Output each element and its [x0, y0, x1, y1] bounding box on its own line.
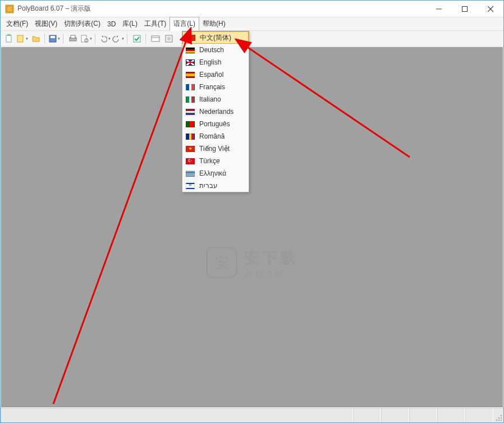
watermark-shield-icon: 安	[206, 247, 237, 278]
language-item-de[interactable]: Deutsch	[182, 44, 249, 56]
language-label: Română	[199, 132, 224, 140]
language-label: Tiếng Việt	[199, 145, 230, 153]
language-label: Español	[199, 71, 223, 79]
toolbar-separator	[145, 34, 147, 44]
language-label: 中文(简体)	[200, 33, 231, 43]
options-icon[interactable]	[149, 33, 162, 45]
minimize-button[interactable]	[426, 1, 452, 17]
open-folder-icon[interactable]	[30, 33, 42, 45]
language-item-vn[interactable]: Tiếng Việt	[182, 142, 249, 155]
language-item-ro[interactable]: Română	[182, 130, 249, 142]
toolbar-separator	[44, 34, 46, 44]
language-label: Italiano	[199, 95, 221, 103]
toolbar	[1, 31, 503, 47]
settings-icon[interactable]	[163, 33, 175, 45]
maximize-button[interactable]	[452, 1, 478, 17]
new-doc-icon[interactable]	[3, 33, 15, 45]
svg-rect-12	[71, 35, 75, 38]
svg-point-24	[498, 420, 500, 421]
window-controls	[426, 1, 503, 17]
language-item-nl[interactable]: Nederlands	[182, 105, 249, 118]
toolbar-separator	[127, 34, 129, 44]
svg-point-22	[498, 417, 500, 419]
svg-rect-16	[152, 36, 159, 42]
svg-rect-10	[51, 36, 55, 38]
flag-icon-es	[186, 72, 195, 78]
menu-3D[interactable]: 3D	[104, 19, 119, 30]
svg-rect-6	[6, 35, 11, 42]
language-item-cn[interactable]: 中文(简体)	[182, 31, 249, 44]
status-segment	[353, 408, 381, 422]
language-label: Português	[199, 120, 230, 128]
language-dropdown: 中文(简体)DeutschEnglishEspañolFrançaisItali…	[182, 31, 249, 192]
language-label: Nederlands	[199, 108, 233, 116]
menu-库[interactable]: 库(L)	[119, 17, 141, 30]
flag-icon-pt	[186, 121, 195, 127]
close-button[interactable]	[478, 1, 503, 17]
status-segment	[381, 408, 409, 422]
workspace: 安 安下载 anxz.com	[1, 47, 503, 407]
flag-icon-nl	[186, 109, 195, 115]
titlebar: PolyBoard 6.07 – 演示版	[1, 1, 503, 17]
language-label: Deutsch	[199, 46, 224, 54]
watermark-url: anxz.com	[244, 269, 298, 278]
status-segment	[437, 408, 465, 422]
language-item-it[interactable]: Italiano	[182, 93, 249, 105]
toolbar-separator	[63, 34, 65, 44]
flag-icon-il	[186, 183, 195, 189]
flag-icon-ro	[186, 134, 195, 140]
menu-视图[interactable]: 视图(V)	[31, 17, 61, 30]
flag-icon-fr	[186, 84, 195, 90]
app-icon	[5, 4, 14, 13]
svg-point-23	[501, 420, 502, 421]
language-item-en[interactable]: English	[182, 56, 249, 68]
flag-icon-it	[186, 96, 195, 103]
status-segment	[409, 408, 437, 422]
flag-icon-tr	[186, 158, 195, 164]
language-item-es[interactable]: Español	[182, 68, 249, 81]
menu-工具[interactable]: 工具(T)	[141, 17, 169, 30]
language-label: Türkçe	[199, 157, 220, 165]
flag-icon-de	[186, 47, 195, 53]
save-icon[interactable]	[48, 33, 61, 45]
undo-icon[interactable]	[99, 33, 111, 45]
svg-rect-7	[7, 34, 11, 36]
flag-icon-gr	[186, 171, 195, 177]
language-item-tr[interactable]: Türkçe	[182, 155, 249, 167]
svg-point-25	[496, 420, 497, 421]
menu-帮助[interactable]: 帮助(H)	[199, 17, 229, 30]
menu-语言[interactable]: 语言(L)	[169, 17, 199, 31]
svg-point-21	[501, 417, 502, 419]
menu-切割列表[interactable]: 切割列表(C)	[61, 17, 104, 30]
flag-icon-cn	[186, 35, 195, 41]
language-item-gr[interactable]: Ελληνικά	[182, 167, 249, 180]
redo-icon[interactable]	[112, 33, 125, 45]
watermark: 安 安下载 anxz.com	[206, 247, 298, 278]
status-segment	[1, 408, 353, 422]
language-item-il[interactable]: עברית	[182, 180, 249, 192]
menubar: 文档(F)视图(V)切割列表(C)3D库(L)工具(T)语言(L)帮助(H)	[1, 17, 503, 31]
apply-check-icon[interactable]	[131, 33, 143, 45]
menu-文档[interactable]: 文档(F)	[3, 17, 31, 30]
language-item-fr[interactable]: Français	[182, 81, 249, 93]
watermark-text: 安下载	[244, 247, 298, 269]
app-window: PolyBoard 6.07 – 演示版 文档(F)视图(V)切割列表(C)3D…	[0, 0, 504, 423]
print-preview-icon[interactable]	[80, 33, 93, 45]
svg-point-19	[167, 37, 171, 40]
svg-rect-8	[17, 35, 23, 42]
language-label: עברית	[199, 182, 218, 190]
flag-icon-en	[186, 59, 195, 66]
status-segment	[465, 408, 493, 422]
svg-rect-3	[462, 7, 468, 12]
statusbar	[1, 408, 503, 422]
language-label: Français	[199, 83, 225, 91]
flag-icon-vn	[186, 146, 195, 152]
print-icon[interactable]	[67, 33, 79, 45]
language-label: English	[199, 58, 221, 66]
language-label: Ελληνικά	[199, 169, 226, 177]
new-template-icon[interactable]	[16, 33, 29, 45]
svg-point-20	[501, 415, 502, 416]
language-item-pt[interactable]: Português	[182, 118, 249, 130]
svg-rect-15	[134, 35, 140, 42]
resize-grip-icon[interactable]	[493, 408, 503, 422]
